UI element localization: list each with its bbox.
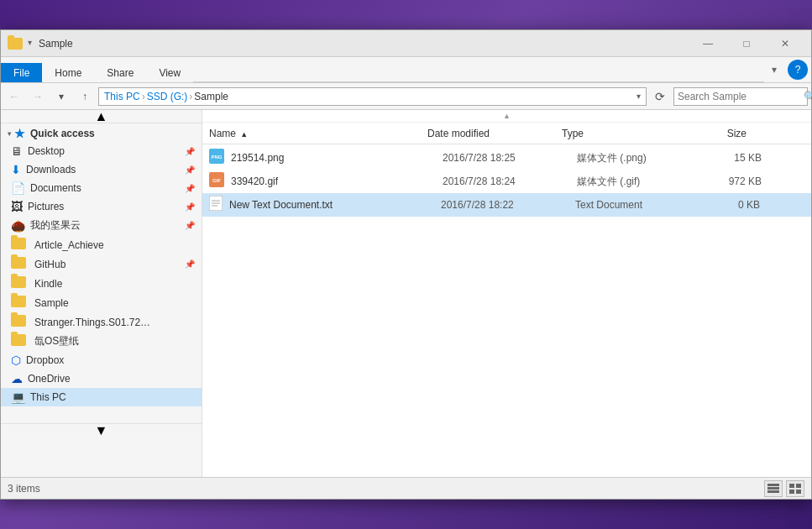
sidebar-item-st-label: Stranger.Things.S01.720p.N xyxy=(34,317,152,328)
sidebar-item-kindle-label: Kindle xyxy=(34,278,62,290)
file-size-gif: 972 KB xyxy=(694,175,762,187)
sidebar-item-pictures[interactable]: 🖼 Pictures 📌 xyxy=(1,197,202,216)
png-file-icon: PNG xyxy=(209,149,224,167)
maximize-button[interactable]: □ xyxy=(727,30,766,57)
expand-icon-quick-access: ▾ xyxy=(8,130,11,138)
downloads-icon: ⬇ xyxy=(11,163,21,176)
documents-icon: 📄 xyxy=(11,181,25,195)
breadcrumb-sep1: › xyxy=(142,91,145,102)
github-folder-icon xyxy=(11,257,26,271)
sort-indicator: ▲ xyxy=(202,110,811,123)
quick-access-arrow: ▾ xyxy=(28,38,32,50)
main-area: ▲ ▾ ★ Quick access 🖥 Desktop 📌 ⬇ Downloa… xyxy=(1,110,811,477)
tab-view[interactable]: View xyxy=(146,63,193,82)
content-area: ▲ Name ▲ Date modified Type Size xyxy=(202,110,811,477)
sidebar-item-downloads-label: Downloads xyxy=(26,164,76,175)
xenos-folder-icon xyxy=(11,334,26,348)
back-button[interactable]: ← xyxy=(4,86,24,107)
pin-icon-pictures: 📌 xyxy=(185,202,195,212)
sidebar-item-article-achieve[interactable]: Article_Achieve xyxy=(1,235,202,254)
sidebar-item-nutcloud[interactable]: 🌰 我的坚果云 📌 xyxy=(1,216,202,235)
details-view-button[interactable] xyxy=(764,480,783,497)
quick-access-label: Quick access xyxy=(30,128,95,139)
breadcrumb-ssd[interactable]: SSD (G:) xyxy=(147,91,188,102)
sidebar-item-desktop-label: Desktop xyxy=(28,145,65,157)
file-name-gif: 339420.gif xyxy=(231,175,443,187)
file-row-png[interactable]: PNG 219514.png 2016/7/28 18:25 媒体文件 (.pn… xyxy=(202,146,811,170)
file-date-gif: 2016/7/28 18:24 xyxy=(443,175,577,187)
up-button[interactable]: ↑ xyxy=(75,86,95,107)
sidebar-item-sample[interactable]: Sample xyxy=(1,293,202,312)
window-controls: — □ ✕ xyxy=(689,30,804,57)
tab-home[interactable]: Home xyxy=(42,63,94,82)
search-icon[interactable]: 🔍 xyxy=(804,91,812,102)
address-bar: ← → ▾ ↑ This PC › SSD (G:) › Sample ▾ ⟳ … xyxy=(1,83,811,110)
column-headers: Name ▲ Date modified Type Size xyxy=(202,123,811,144)
file-type-png: 媒体文件 (.png) xyxy=(577,151,694,165)
st-folder-icon xyxy=(11,315,26,329)
view-controls xyxy=(764,480,804,497)
minimize-button[interactable]: — xyxy=(689,30,727,57)
txt-file-icon xyxy=(209,196,223,214)
sidebar-item-this-pc[interactable]: 💻 This PC xyxy=(1,388,202,406)
sidebar-scroll-down[interactable]: ▼ xyxy=(1,423,202,437)
sidebar-item-desktop[interactable]: 🖥 Desktop 📌 xyxy=(1,142,202,160)
sidebar-item-this-pc-label: This PC xyxy=(30,391,66,403)
col-header-name[interactable]: Name ▲ xyxy=(209,128,427,139)
sidebar-item-github[interactable]: GitHub 📌 xyxy=(1,254,202,274)
file-name-png: 219514.png xyxy=(231,152,443,164)
svg-rect-8 xyxy=(767,484,779,486)
sidebar-item-kindle[interactable]: Kindle xyxy=(1,274,202,293)
sidebar-item-documents[interactable]: 📄 Documents 📌 xyxy=(1,179,202,197)
svg-rect-11 xyxy=(789,484,794,488)
search-bar: 🔍 xyxy=(673,87,808,106)
sidebar-item-dropbox[interactable]: ⬡ Dropbox xyxy=(1,351,202,369)
refresh-button[interactable]: ⟳ xyxy=(650,86,670,107)
item-count: 3 items xyxy=(8,483,40,495)
pin-icon-documents: 📌 xyxy=(185,184,195,193)
pin-icon-github: 📌 xyxy=(185,259,195,269)
svg-rect-13 xyxy=(789,490,794,494)
sidebar-header-quick-access[interactable]: ▾ ★ Quick access xyxy=(1,123,202,142)
gif-file-icon: GIF xyxy=(209,172,224,191)
close-button[interactable]: ✕ xyxy=(766,30,804,57)
forward-button[interactable]: → xyxy=(28,86,48,107)
pictures-icon: 🖼 xyxy=(11,200,23,213)
svg-text:PNG: PNG xyxy=(211,155,222,160)
svg-rect-10 xyxy=(767,490,779,493)
sidebar-item-xenos-label: 氙OS壁纸 xyxy=(34,334,79,348)
window-folder-icon xyxy=(8,38,23,50)
col-header-size[interactable]: Size xyxy=(679,128,747,139)
file-size-png: 15 KB xyxy=(694,152,762,164)
search-input[interactable] xyxy=(678,91,804,102)
kindle-folder-icon xyxy=(11,276,26,291)
sidebar-item-downloads[interactable]: ⬇ Downloads 📌 xyxy=(1,160,202,179)
svg-rect-9 xyxy=(767,487,779,490)
help-button[interactable]: ? xyxy=(788,60,808,80)
file-type-txt: Text Document xyxy=(575,199,693,211)
pin-icon-downloads: 📌 xyxy=(185,165,195,175)
pin-icon-nutcloud: 📌 xyxy=(185,221,195,230)
col-header-date[interactable]: Date modified xyxy=(427,128,562,139)
breadcrumb-this-pc[interactable]: This PC xyxy=(104,91,140,102)
sidebar-scroll-up[interactable]: ▲ xyxy=(1,110,202,123)
tab-share[interactable]: Share xyxy=(94,63,146,82)
breadcrumb-bar[interactable]: This PC › SSD (G:) › Sample ▾ xyxy=(98,87,647,106)
sidebar: ▲ ▾ ★ Quick access 🖥 Desktop 📌 ⬇ Downloa… xyxy=(1,110,202,477)
sort-up-arrow: ▲ xyxy=(503,112,511,120)
ribbon-dropdown-btn[interactable]: ▾ xyxy=(764,60,784,80)
sidebar-item-xenos[interactable]: 氙OS壁纸 xyxy=(1,332,202,351)
file-row-gif[interactable]: GIF 339420.gif 2016/7/28 18:24 媒体文件 (.gi… xyxy=(202,170,811,193)
large-icons-view-button[interactable] xyxy=(786,480,804,497)
breadcrumb-sample: Sample xyxy=(194,91,228,102)
col-header-type[interactable]: Type xyxy=(562,128,679,139)
dropdown-recent-button[interactable]: ▾ xyxy=(51,86,71,107)
sidebar-item-nutcloud-label: 我的坚果云 xyxy=(30,218,81,233)
file-list: PNG 219514.png 2016/7/28 18:25 媒体文件 (.pn… xyxy=(202,144,811,477)
sidebar-item-stranger-things[interactable]: Stranger.Things.S01.720p.N xyxy=(1,312,202,332)
sidebar-item-documents-label: Documents xyxy=(30,182,81,194)
sidebar-item-article-label: Article_Achieve xyxy=(34,239,104,251)
sidebar-item-onedrive[interactable]: ☁ OneDrive xyxy=(1,369,202,388)
file-row-txt[interactable]: New Text Document.txt 2016/7/28 18:22 Te… xyxy=(202,193,811,217)
tab-file[interactable]: File xyxy=(1,63,42,82)
